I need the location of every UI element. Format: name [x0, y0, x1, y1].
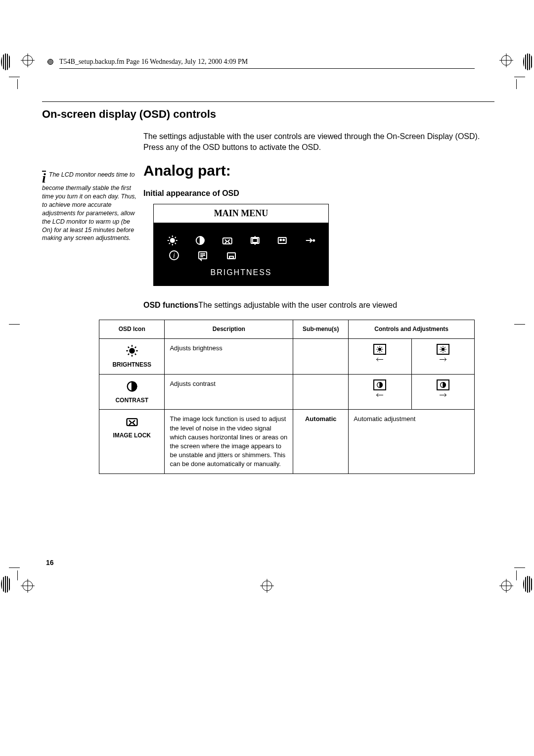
table-row: IMAGE LOCKThe image lock function is use… [99, 410, 475, 474]
image-position-icon [248, 235, 262, 246]
contrast-icon [193, 235, 207, 246]
intro-paragraph: The settings adjustable with the user co… [143, 131, 494, 153]
submenu-cell [293, 338, 349, 374]
svg-line-50 [135, 354, 136, 355]
crop-mark-icon [514, 77, 525, 77]
page-number: 16 [46, 558, 54, 568]
crop-mark-icon [9, 77, 20, 77]
control-cell-right: 🡒 [411, 338, 474, 374]
analog-heading: Analog part: [143, 160, 494, 181]
crop-mark-icon [9, 567, 20, 568]
crop-mark-icon [514, 567, 525, 568]
registration-mark-icon [499, 53, 513, 67]
svg-line-61 [382, 347, 382, 347]
horizontal-rule [42, 101, 494, 102]
svg-line-68 [445, 351, 445, 351]
svg-point-53 [379, 348, 381, 350]
svg-rect-43 [229, 256, 233, 258]
svg-point-31 [280, 239, 281, 241]
crop-mark-icon [17, 570, 18, 580]
description-cell: The image lock function is used to adjus… [165, 410, 293, 474]
svg-line-51 [128, 354, 129, 355]
print-knob-icon [1, 576, 11, 593]
osd-selected-label: BRIGHTNESS [166, 267, 316, 278]
framemaker-knob-icon [47, 59, 53, 65]
table-header: Description [165, 320, 293, 338]
svg-line-59 [382, 351, 382, 351]
svg-line-23 [175, 237, 176, 238]
description-cell: Adjusts brightness [165, 338, 293, 374]
print-knob-icon [1, 53, 11, 70]
svg-point-15 [171, 238, 175, 242]
osd-functions-bold: OSD functions [143, 301, 198, 309]
registration-mark-icon [260, 579, 274, 593]
image-lock-icon [221, 235, 234, 246]
print-knob-icon [523, 576, 533, 593]
crop-mark-icon [516, 79, 517, 89]
control-cell-left: 🡐 [349, 374, 411, 410]
control-cell-left: 🡐 [349, 338, 411, 374]
svg-line-70 [445, 347, 445, 347]
osd-icon-cell: IMAGE LOCK [99, 410, 165, 474]
info-sidebar: iThe LCD monitor needs time to become th… [42, 171, 138, 242]
svg-line-52 [135, 347, 136, 348]
crop-mark-icon [514, 324, 525, 325]
exit-icon [303, 235, 317, 246]
osd-title: MAIN MENU [154, 204, 328, 223]
table-header: Sub-menu(s) [293, 320, 349, 338]
registration-mark-icon [21, 53, 35, 67]
svg-rect-27 [252, 238, 257, 242]
print-knob-icon [523, 53, 533, 70]
svg-line-21 [175, 243, 176, 244]
osd-icon-cell: BRIGHTNESS [99, 338, 165, 374]
description-cell: Adjusts contrast [165, 374, 293, 410]
table-header: OSD Icon [99, 320, 165, 338]
svg-rect-30 [278, 237, 286, 243]
framemaker-header-text: T54B_setup.backup.fm Page 16 Wednesday, … [59, 58, 248, 65]
svg-point-32 [283, 239, 284, 241]
svg-line-60 [378, 351, 378, 351]
crop-mark-icon [516, 570, 517, 580]
osd-functions-table: OSD IconDescriptionSub-menu(s)Controls a… [99, 320, 475, 474]
svg-line-67 [441, 347, 441, 347]
svg-text:i: i [173, 252, 175, 259]
table-header: Controls and Adjustments [349, 320, 475, 338]
table-row: CONTRASTAdjusts contrast🡐🡒 [99, 374, 475, 410]
framemaker-header: T54B_setup.backup.fm Page 16 Wednesday, … [59, 57, 475, 69]
svg-line-20 [169, 237, 170, 238]
submenu-cell: Automatic [293, 410, 349, 474]
registration-mark-icon [499, 579, 513, 593]
registration-mark-icon [21, 579, 35, 593]
information-icon: i [167, 249, 181, 261]
svg-rect-25 [223, 238, 232, 244]
svg-line-69 [441, 351, 441, 351]
info-icon: i [42, 171, 46, 184]
svg-rect-74 [127, 419, 137, 425]
crop-mark-icon [17, 79, 18, 89]
control-cell-right: 🡒 [411, 374, 474, 410]
svg-point-44 [130, 348, 134, 353]
osd-screenshot: MAIN MENU i BRIGHTNESS [153, 204, 329, 286]
image-setup-icon [275, 235, 289, 246]
table-row: BRIGHTNESSAdjusts brightness🡐🡒 [99, 338, 475, 374]
svg-point-62 [442, 348, 444, 350]
osd-functions-rest: The settings adjustable with the user co… [198, 301, 397, 309]
crop-mark-icon [9, 324, 20, 325]
osd-functions-line: OSD functionsThe settings adjustable wit… [143, 300, 494, 311]
brightness-icon [166, 235, 179, 246]
svg-line-49 [128, 347, 129, 348]
svg-line-22 [169, 243, 170, 244]
language-icon [195, 249, 210, 261]
initial-appearance-heading: Initial appearance of OSD [143, 188, 494, 199]
section-heading: On-screen display (OSD) controls [42, 107, 494, 122]
reset-icon [224, 249, 239, 261]
svg-line-58 [378, 347, 378, 347]
info-sidebar-text: The LCD monitor needs time to become the… [42, 171, 136, 241]
osd-icon-cell: CONTRAST [99, 374, 165, 410]
control-cell-text: Automatic adjustment [349, 410, 475, 474]
submenu-cell [293, 374, 349, 410]
